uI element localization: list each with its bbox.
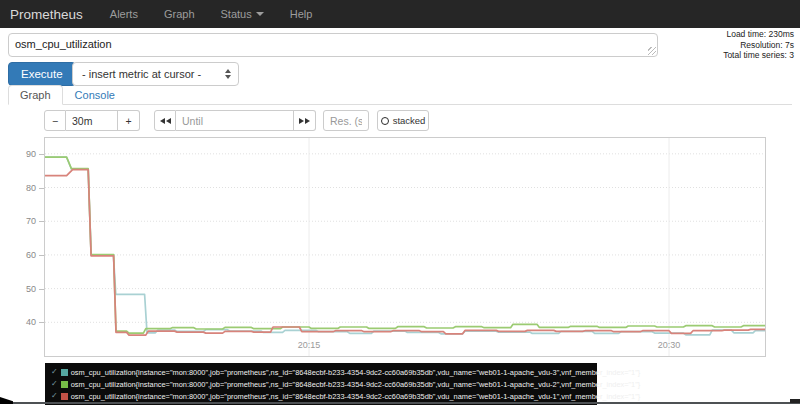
load-time: Load time: 230ms	[723, 29, 794, 40]
y-axis-tick-label: 50	[0, 284, 36, 294]
select-updown-icon	[225, 69, 231, 79]
brand-prometheus[interactable]: Prometheus	[0, 7, 97, 22]
y-axis-tick	[39, 289, 44, 290]
prometheus-graph-page: Prometheus Alerts Graph Status Help osm_…	[0, 0, 800, 406]
series-label: osm_cpu_utilization{instance="mon:8000",…	[71, 380, 641, 389]
stacked-toggle-button[interactable]: stacked	[377, 110, 429, 131]
query-stats: Load time: 230ms Resolution: 7s Total ti…	[723, 29, 794, 61]
y-axis-tick-label: 90	[0, 149, 36, 159]
range-grow-button[interactable]: +	[118, 110, 140, 131]
nav-item-graph[interactable]: Graph	[151, 8, 208, 20]
insert-metric-selected-option: - insert metric at cursor -	[82, 68, 225, 80]
time-back-button[interactable]	[154, 110, 176, 131]
line-chart	[45, 138, 765, 356]
nav-item-alerts[interactable]: Alerts	[97, 8, 151, 20]
time-group	[154, 110, 316, 131]
series-line	[45, 170, 765, 335]
nav-item-help[interactable]: Help	[277, 8, 326, 20]
query-expression-wrap: osm_cpu_utilization	[8, 33, 658, 57]
y-axis-tick	[39, 154, 44, 155]
plot-canvas[interactable]: 20:1520:30	[44, 137, 766, 357]
bottom-divider	[0, 402, 800, 404]
series-swatch-icon	[61, 369, 68, 376]
insert-metric-select[interactable]: - insert metric at cursor -	[72, 62, 239, 86]
check-icon: ✓	[51, 368, 58, 376]
y-axis-tick-label: 60	[0, 250, 36, 260]
bottom-right-artifact	[790, 399, 800, 403]
series-swatch-icon	[61, 393, 68, 400]
execute-button[interactable]: Execute	[8, 62, 76, 86]
series-line	[45, 157, 765, 333]
tab-console[interactable]: Console	[63, 85, 127, 105]
legend-row[interactable]: ✓osm_cpu_utilization{instance="mon:8000"…	[51, 378, 591, 390]
tab-bar: Graph Console	[8, 86, 792, 105]
y-axis-tick	[39, 221, 44, 222]
x-axis-tick-label: 20:30	[647, 340, 691, 350]
y-axis-tick	[39, 188, 44, 189]
y-axis-tick-label: 70	[0, 216, 36, 226]
y-axis-tick-label: 40	[0, 317, 36, 327]
resolution-input[interactable]	[323, 110, 369, 131]
navbar: Prometheus Alerts Graph Status Help	[0, 0, 800, 28]
series-line	[45, 157, 765, 335]
graph-controls: − + stacked	[44, 110, 429, 131]
check-icon: ✓	[51, 392, 58, 400]
time-forward-button[interactable]	[294, 110, 316, 131]
y-axis-tick-label: 80	[0, 183, 36, 193]
legend-row[interactable]: ✓osm_cpu_utilization{instance="mon:8000"…	[51, 366, 591, 378]
series-swatch-icon	[61, 381, 68, 388]
range-shrink-button[interactable]: −	[44, 110, 66, 131]
caret-down-icon	[256, 12, 264, 16]
series-label: osm_cpu_utilization{instance="mon:8000",…	[71, 392, 641, 401]
y-axis-tick	[39, 322, 44, 323]
range-input[interactable]	[66, 110, 118, 131]
bottom-left-artifact	[0, 397, 13, 404]
query-expression-input[interactable]: osm_cpu_utilization	[8, 33, 658, 57]
chart-area: 20:1520:30 908070605040	[0, 137, 800, 363]
double-right-arrow-icon	[299, 118, 310, 124]
range-group: − +	[44, 110, 140, 131]
check-icon: ✓	[51, 380, 58, 388]
double-left-arrow-icon	[160, 118, 171, 124]
resolution: Resolution: 7s	[723, 40, 794, 51]
nav-item-status[interactable]: Status	[208, 8, 277, 20]
tab-graph[interactable]: Graph	[8, 85, 63, 105]
unchecked-circle-icon	[381, 117, 389, 125]
series-label: osm_cpu_utilization{instance="mon:8000",…	[71, 368, 641, 377]
y-axis-tick	[39, 255, 44, 256]
until-input[interactable]	[176, 110, 294, 131]
total-time-series: Total time series: 3	[723, 50, 794, 61]
x-axis-tick-label: 20:15	[287, 340, 331, 350]
legend-row[interactable]: ✓osm_cpu_utilization{instance="mon:8000"…	[51, 390, 591, 402]
chart-legend: ✓osm_cpu_utilization{instance="mon:8000"…	[45, 363, 597, 405]
textarea-resize-handle[interactable]	[648, 47, 656, 55]
